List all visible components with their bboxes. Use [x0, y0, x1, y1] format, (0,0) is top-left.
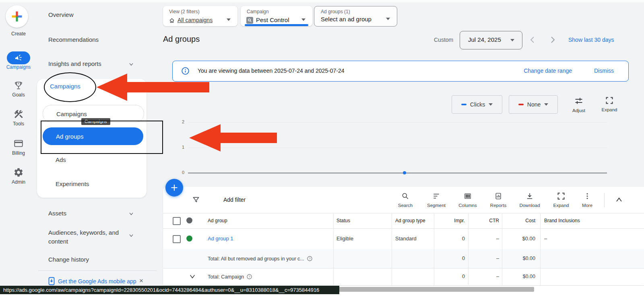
chevron-down-icon[interactable] [189, 273, 196, 280]
total-ctr: – [475, 274, 499, 279]
nav-item-assets[interactable]: Assets [48, 210, 66, 217]
gridline [188, 122, 607, 123]
chevron-down-icon[interactable] [128, 232, 134, 239]
column-header-ad-group-type[interactable]: Ad group type [395, 218, 425, 223]
columns-icon [464, 192, 472, 200]
columns-label: Columns [456, 203, 479, 208]
table-reports-button[interactable]: Reports [487, 192, 510, 208]
change-date-range-link[interactable]: Change date range [524, 68, 572, 74]
previous-date-button[interactable] [529, 36, 536, 44]
nav-item-audiences-line2[interactable]: content [48, 238, 68, 245]
annotation-ellipse [44, 72, 96, 102]
ad-groups-table: Add filter Search Segment Columns Report… [163, 187, 644, 285]
cell-ad-group-type: Standard [395, 236, 417, 242]
caret-down-icon [227, 18, 231, 21]
primary-metric-swatch [461, 104, 466, 105]
help-icon[interactable]: ? [246, 274, 252, 280]
ad-group-link[interactable]: Ad group 1 [208, 236, 233, 242]
rail-item-billing[interactable] [13, 138, 24, 150]
adjust-button[interactable]: Adjust [568, 96, 590, 113]
column-header-cost[interactable]: Cost [507, 218, 535, 223]
nav-item-insights[interactable]: Insights and reports [48, 60, 101, 67]
create-button[interactable] [6, 5, 28, 28]
caret-down-icon [544, 103, 548, 106]
row-checkbox[interactable] [173, 235, 181, 243]
total-row-all-but-removed: Total: All but removed ad groups in your… [163, 249, 644, 268]
table-columns-button[interactable]: Columns [456, 192, 479, 208]
column-divider [502, 213, 502, 285]
dismiss-link[interactable]: Dismiss [594, 68, 614, 74]
active-tab-indicator [245, 24, 308, 26]
column-header-ad-group[interactable]: Ad group [208, 218, 227, 223]
show-last-30-days-link[interactable]: Show last 30 days [568, 37, 614, 43]
rail-item-admin[interactable] [13, 167, 24, 179]
collapse-table-button[interactable] [615, 197, 623, 203]
nav-subitem-experiments[interactable]: Experiments [56, 180, 89, 187]
help-icon[interactable]: ? [307, 256, 313, 262]
total-impr: 0 [441, 274, 465, 279]
rail-label-goals: Goals [0, 92, 37, 98]
cell-status: Eligible [336, 236, 353, 242]
table-more-button[interactable]: More [576, 192, 599, 208]
nav-item-change-history[interactable]: Change history [48, 256, 89, 263]
table-download-button[interactable]: Download [518, 192, 541, 208]
add-filter-button[interactable]: Add filter [223, 197, 246, 203]
filter-funnel-icon[interactable] [192, 196, 200, 204]
status-bar-url: https://ads.google.com/aw/campaigns?camp… [0, 286, 339, 294]
mobile-app-link[interactable]: Get the Google Ads mobile app [58, 278, 136, 285]
total-label: Total: Campaign? [208, 274, 252, 280]
svg-text:?: ? [249, 275, 250, 279]
column-header-impr[interactable]: Impr. [441, 218, 465, 223]
plus-icon [170, 184, 178, 192]
nav-item-audiences-line1[interactable]: Audiences, keywords, and [48, 229, 119, 236]
secondary-metric-dropdown[interactable]: None [509, 95, 558, 114]
rail-item-tools[interactable] [13, 109, 24, 121]
chevron-down-icon[interactable] [128, 211, 134, 217]
rail-label-billing: Billing [0, 150, 37, 156]
add-ad-group-fab[interactable] [165, 179, 183, 197]
info-icon [181, 67, 190, 75]
caret-down-icon [510, 39, 514, 41]
nav-item-overview[interactable]: Overview [48, 11, 74, 18]
date-info-banner: You are viewing data between 2025-07-24 … [172, 61, 629, 82]
chevron-down-icon[interactable] [128, 61, 134, 68]
close-icon[interactable]: × [139, 277, 143, 285]
ad-group-dropdown-value: Select an ad group [321, 16, 372, 23]
table-row[interactable]: Ad group 1 Eligible Standard 0 – $0.00 – [163, 228, 644, 249]
rail-label-admin: Admin [0, 179, 37, 185]
nav-subitem-ads[interactable]: Ads [56, 156, 66, 163]
view-filter-dropdown[interactable]: View (2 filters) All campaigns [163, 6, 237, 26]
column-divider [540, 213, 541, 285]
google-ads-app: Create Campaigns Goals Tools Billing [0, 0, 644, 299]
primary-metric-dropdown[interactable]: Clicks [452, 95, 502, 114]
banner-message: You are viewing data between 2025-07-24 … [198, 68, 345, 74]
table-segment-button[interactable]: Segment [425, 192, 448, 208]
chart-expand-button[interactable]: Expand [598, 96, 621, 112]
table-expand-button[interactable]: Expand [550, 192, 572, 208]
select-all-checkbox[interactable] [173, 217, 181, 225]
search-label: Search [394, 203, 417, 208]
next-date-button[interactable] [549, 36, 556, 44]
column-header-ctr[interactable]: CTR [475, 218, 499, 223]
rail-item-campaigns[interactable] [7, 51, 30, 64]
credit-card-icon [13, 138, 24, 149]
column-header-status[interactable]: Status [336, 218, 350, 223]
clicks-data-point [403, 171, 406, 174]
column-header-brand-inclusions[interactable]: Brand Inclusions [544, 218, 580, 223]
search-campaign-icon [246, 17, 253, 24]
caret-down-icon [386, 18, 390, 20]
expand-label: Expand [598, 107, 621, 112]
campaign-dropdown[interactable]: Campaign Pest Control [241, 6, 312, 26]
table-search-button[interactable]: Search [394, 192, 417, 208]
nav-item-recommendations[interactable]: Recommendations [48, 36, 99, 43]
total-ctr: – [475, 256, 499, 261]
rail-item-goals[interactable] [13, 80, 24, 92]
rail-label-tools: Tools [0, 121, 37, 127]
status-dot-eligible [186, 236, 192, 242]
view-filter-value: All campaigns [178, 17, 213, 23]
date-range-picker[interactable]: Jul 24, 2025 [460, 31, 522, 49]
gridline [188, 147, 607, 148]
total-cost: $0.00 [507, 274, 535, 279]
x-axis-line [188, 172, 607, 174]
ad-group-dropdown[interactable]: Ad groups (1) Select an ad group [314, 6, 397, 27]
